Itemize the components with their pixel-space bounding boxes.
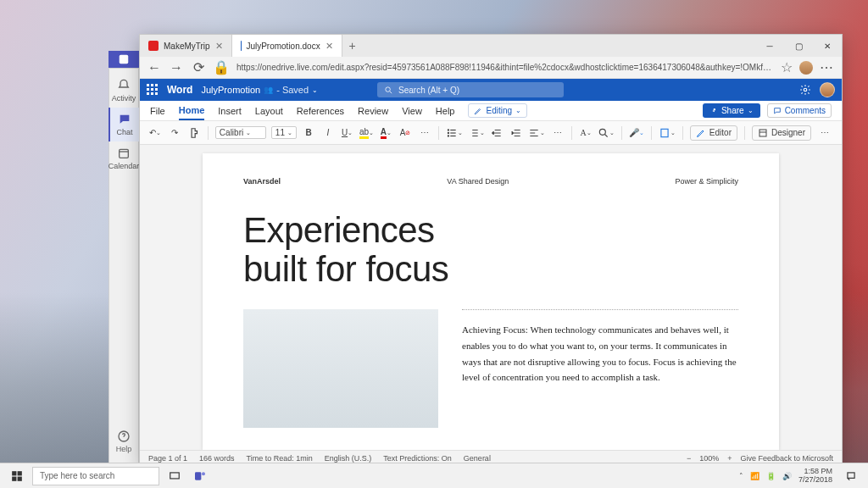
designer-label: Designer <box>771 128 805 137</box>
forward-button[interactable]: → <box>169 60 184 75</box>
maximize-button[interactable]: ▢ <box>784 35 813 57</box>
indent-button[interactable] <box>509 125 524 141</box>
zoom-out-button[interactable]: − <box>687 454 691 463</box>
close-icon[interactable]: ✕ <box>326 41 333 52</box>
share-indicator-icon: 👥 <box>264 86 273 94</box>
editing-label: Editing <box>486 106 512 115</box>
user-avatar[interactable] <box>820 82 835 97</box>
task-view-button[interactable] <box>163 464 186 488</box>
editor-label: Editor <box>709 128 732 137</box>
profile-avatar[interactable] <box>799 61 813 75</box>
doc-title[interactable]: JulyPromotion 👥 - Saved ⌄ <box>201 85 318 95</box>
url-text[interactable]: https://onedrive.live.com/edit.aspx?resi… <box>236 63 774 72</box>
editor-button[interactable]: Editor <box>690 125 737 141</box>
new-tab-button[interactable]: + <box>342 35 363 57</box>
svg-rect-11 <box>12 471 16 475</box>
formatting-toolbar: ↶⌄ ↷ Calibri⌄ 11⌄ B I U⌄ ab⌄ A⌄ A⊘ ⋯ ⌄ ⌄… <box>140 121 842 145</box>
status-predictions[interactable]: Text Predictions: On <box>383 454 452 463</box>
doc-center-header: VA Shared Design <box>447 177 509 186</box>
more-para-button[interactable]: ⋯ <box>550 125 565 141</box>
zoom-level[interactable]: 100% <box>699 454 719 463</box>
font-size-selector[interactable]: 11⌄ <box>271 126 297 139</box>
notifications-button[interactable] <box>839 464 863 488</box>
svg-point-3 <box>386 86 391 92</box>
browser-titlebar: MakeMyTrip ✕ JulyPromotion.docx ✕ + ─ ▢ … <box>140 35 842 57</box>
status-language[interactable]: English (U.S.) <box>325 454 372 463</box>
rail-calendar[interactable]: Calendar <box>108 141 139 175</box>
tab-layout[interactable]: Layout <box>255 103 283 119</box>
dictate-button[interactable]: 🎤⌄ <box>629 125 644 141</box>
search-box[interactable]: Search (Alt + Q) <box>377 82 564 97</box>
status-page[interactable]: Page 1 of 1 <box>148 454 187 463</box>
tab-review[interactable]: Review <box>358 103 388 119</box>
app-launcher-icon[interactable] <box>147 84 159 96</box>
share-button[interactable]: Share ⌄ <box>703 103 760 118</box>
rail-activity[interactable]: Activity <box>108 74 139 108</box>
status-general[interactable]: General <box>464 454 491 463</box>
undo-button[interactable]: ↶⌄ <box>148 125 163 141</box>
numbering-button[interactable]: ⌄ <box>468 125 485 141</box>
minimize-button[interactable]: ─ <box>755 35 784 57</box>
tab-home[interactable]: Home <box>179 102 205 120</box>
align-button[interactable]: ⌄ <box>528 125 545 141</box>
gear-icon[interactable] <box>799 84 811 96</box>
tray-volume-icon[interactable]: 🔊 <box>782 472 792 480</box>
find-button[interactable]: ⌄ <box>598 125 615 141</box>
highlight-button[interactable]: ab⌄ <box>359 125 374 141</box>
windows-taskbar: Type here to search ˄ 📶 🔋 🔊 1:58 PM 7/27… <box>0 463 868 488</box>
chevron-down-icon: ⌄ <box>748 107 754 114</box>
tab-references[interactable]: References <box>297 103 344 119</box>
back-button[interactable]: ← <box>147 60 162 75</box>
address-bar: ← → ⟳ 🔒 https://onedrive.live.com/edit.a… <box>140 57 842 79</box>
zoom-in-button[interactable]: + <box>727 454 732 463</box>
tab-help[interactable]: Help <box>436 103 455 119</box>
saved-status: - Saved <box>276 85 309 95</box>
feedback-link[interactable]: Give Feedback to Microsoft <box>740 454 833 463</box>
refresh-button[interactable]: ⟳ <box>191 60 206 75</box>
tab-makemytrip[interactable]: MakeMyTrip ✕ <box>140 35 232 57</box>
tab-julypromotion[interactable]: JulyPromotion.docx ✕ <box>232 35 342 57</box>
font-selector[interactable]: Calibri⌄ <box>215 126 266 139</box>
rail-chat[interactable]: Chat <box>108 108 139 141</box>
styles-button[interactable]: A⌄ <box>579 125 593 141</box>
tray-battery-icon[interactable]: 🔋 <box>766 472 776 480</box>
tab-view[interactable]: View <box>402 103 422 119</box>
tray-network-icon[interactable]: 📶 <box>750 472 760 480</box>
svg-point-6 <box>448 132 448 133</box>
document-canvas[interactable]: VanArsdel VA Shared Design Power & Simpl… <box>140 145 842 450</box>
bullets-button[interactable]: ⌄ <box>446 125 463 141</box>
designer-button[interactable]: Designer <box>752 125 811 141</box>
more-font-button[interactable]: ⋯ <box>417 125 431 141</box>
svg-rect-1 <box>120 149 129 158</box>
tab-insert[interactable]: Insert <box>218 103 242 119</box>
menu-button[interactable]: ⋯ <box>820 59 835 75</box>
reuse-button[interactable]: ⌄ <box>659 125 676 141</box>
comments-button[interactable]: Comments <box>767 103 832 118</box>
underline-button[interactable]: U⌄ <box>340 125 354 141</box>
app-name: Word <box>167 84 192 96</box>
outdent-button[interactable] <box>490 125 504 141</box>
font-name: Calibri <box>220 128 243 137</box>
tab-file[interactable]: File <box>150 103 165 119</box>
rail-help[interactable]: Help <box>108 424 139 458</box>
taskbar-search[interactable]: Type here to search <box>32 467 159 485</box>
status-words[interactable]: 166 words <box>199 454 235 463</box>
favorite-button[interactable]: ☆ <box>781 59 793 75</box>
tab-label: JulyPromotion.docx <box>246 42 320 51</box>
system-clock[interactable]: 1:58 PM 7/27/2018 <box>798 468 832 485</box>
italic-button[interactable]: I <box>321 125 336 141</box>
close-button[interactable]: ✕ <box>813 35 842 57</box>
start-button[interactable] <box>5 464 29 488</box>
status-readtime[interactable]: Time to Read: 1min <box>247 454 313 463</box>
format-painter-button[interactable] <box>186 125 201 141</box>
editing-mode-button[interactable]: Editing ⌄ <box>468 103 527 118</box>
doc-name: JulyPromotion <box>201 85 260 95</box>
overflow-button[interactable]: ⋯ <box>816 125 833 141</box>
close-icon[interactable]: ✕ <box>215 41 223 52</box>
bold-button[interactable]: B <box>302 125 316 141</box>
font-color-button[interactable]: A⌄ <box>379 125 393 141</box>
redo-button[interactable]: ↷ <box>168 125 182 141</box>
teams-taskbar-icon[interactable] <box>188 464 212 488</box>
clear-format-button[interactable]: A⊘ <box>398 125 413 141</box>
tray-chevron-icon[interactable]: ˄ <box>739 472 743 480</box>
